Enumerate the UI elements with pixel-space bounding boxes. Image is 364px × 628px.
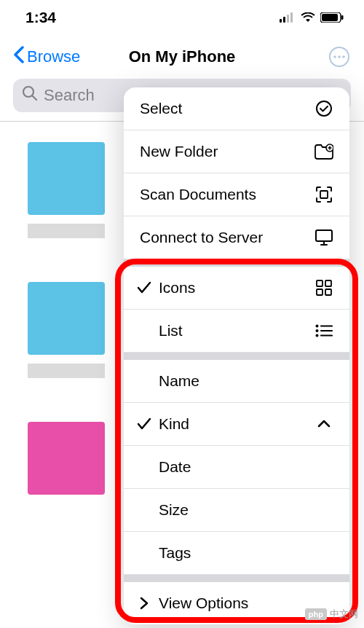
search-placeholder: Search	[44, 86, 95, 105]
menu-sort-name[interactable]: Name	[124, 360, 349, 403]
watermark-badge: php	[305, 608, 327, 620]
menu-sort-date[interactable]: Date	[124, 446, 349, 489]
back-button[interactable]: Browse	[13, 46, 80, 68]
svg-line-12	[33, 96, 37, 101]
menu-label: Scan Documents	[140, 186, 314, 203]
menu-separator	[124, 575, 349, 582]
svg-point-27	[316, 329, 319, 332]
page-title: On My iPhone	[129, 47, 236, 66]
ellipsis-circle-icon	[328, 46, 350, 68]
svg-rect-6	[341, 15, 344, 20]
status-bar: 1:34	[0, 0, 364, 32]
file-label	[28, 224, 105, 238]
menu-label: New Folder	[140, 143, 314, 160]
svg-point-8	[333, 55, 336, 58]
file-thumbnail[interactable]	[28, 142, 105, 215]
svg-rect-22	[325, 280, 331, 286]
chevron-right-icon	[135, 597, 153, 610]
checkmark-icon	[135, 417, 153, 431]
menu-label: Name	[159, 372, 333, 390]
menu-sort-kind[interactable]: Kind	[124, 403, 349, 446]
more-button[interactable]	[328, 45, 351, 68]
file-label	[28, 364, 105, 378]
chevron-left-icon	[13, 46, 25, 68]
scan-icon	[314, 186, 333, 203]
watermark: php 中文网	[305, 608, 358, 621]
status-time: 1:34	[25, 9, 56, 26]
svg-point-10	[342, 55, 345, 58]
menu-view-icons[interactable]: Icons	[124, 267, 349, 310]
menu-scan-documents[interactable]: Scan Documents	[124, 173, 349, 216]
signal-icon	[280, 9, 296, 26]
svg-rect-24	[325, 289, 331, 295]
file-thumbnail[interactable]	[28, 282, 105, 355]
file-thumbnail[interactable]	[28, 422, 105, 495]
menu-label: Tags	[159, 544, 333, 562]
check-circle-icon	[314, 100, 333, 117]
svg-rect-2	[287, 15, 289, 23]
svg-rect-17	[320, 191, 328, 198]
menu-label: Connect to Server	[140, 229, 314, 246]
folder-plus-icon	[314, 144, 333, 160]
list-icon	[314, 324, 333, 337]
svg-rect-18	[316, 230, 332, 241]
menu-select[interactable]: Select	[124, 87, 349, 130]
server-icon	[314, 229, 333, 246]
menu-view-list[interactable]: List	[124, 310, 349, 353]
back-label: Browse	[27, 47, 80, 66]
menu-label: Date	[159, 458, 333, 476]
menu-label: List	[159, 322, 314, 339]
battery-icon	[320, 9, 344, 26]
svg-rect-1	[283, 17, 285, 23]
background-content	[0, 142, 116, 503]
svg-point-9	[338, 55, 341, 58]
nav-bar: Browse On My iPhone	[0, 32, 364, 79]
svg-point-25	[316, 325, 319, 328]
svg-rect-21	[317, 280, 323, 286]
svg-rect-23	[317, 289, 323, 295]
context-menu: Select New Folder Scan Documents Connect…	[124, 87, 349, 624]
menu-label: Icons	[159, 279, 314, 297]
menu-sort-size[interactable]: Size	[124, 489, 349, 532]
wifi-icon	[301, 9, 315, 26]
svg-rect-3	[290, 12, 293, 23]
menu-separator	[124, 353, 349, 360]
svg-rect-5	[322, 14, 338, 21]
menu-new-folder[interactable]: New Folder	[124, 130, 349, 173]
menu-connect-server[interactable]: Connect to Server	[124, 216, 349, 259]
menu-sort-tags[interactable]: Tags	[124, 532, 349, 575]
menu-label: Kind	[159, 415, 314, 433]
svg-rect-0	[280, 19, 282, 23]
menu-label: Select	[140, 100, 314, 117]
checkmark-icon	[135, 281, 153, 294]
search-icon	[22, 85, 38, 106]
menu-separator	[124, 259, 349, 267]
watermark-text: 中文网	[330, 608, 358, 621]
svg-point-29	[316, 334, 319, 337]
svg-point-13	[317, 101, 331, 116]
grid-icon	[314, 280, 333, 296]
chevron-up-icon	[314, 420, 333, 428]
status-icons	[280, 9, 344, 26]
menu-label: Size	[159, 501, 333, 519]
